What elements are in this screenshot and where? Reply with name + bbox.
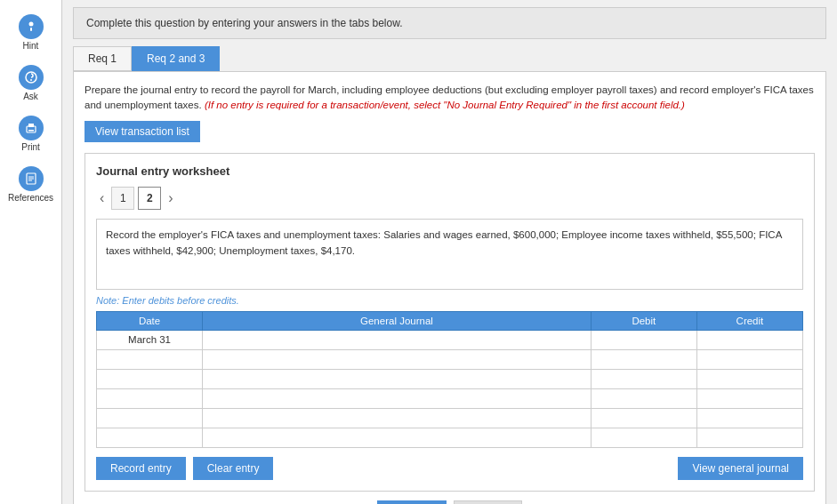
table-row — [97, 369, 803, 388]
header-debit: Debit — [591, 311, 696, 330]
date-cell-4 — [97, 388, 203, 408]
journal-cell-5 — [203, 408, 592, 428]
debit-input-4[interactable] — [595, 393, 693, 404]
prev-button[interactable]: < Prev — [377, 500, 446, 505]
worksheet-container: Journal entry worksheet ‹ 1 2 › Record t… — [85, 153, 815, 492]
bottom-buttons: Record entry Clear entry View general jo… — [96, 457, 803, 480]
description-box: Record the employer's FICA taxes and une… — [96, 219, 803, 290]
page-2-button[interactable]: 2 — [138, 187, 161, 210]
date-cell-6 — [97, 428, 203, 447]
journal-cell-1 — [203, 330, 592, 349]
table-row — [97, 428, 803, 447]
note-text: Note: Enter debits before credits. — [96, 295, 803, 306]
next-page-button[interactable]: › — [165, 190, 176, 206]
journal-input-2[interactable] — [206, 354, 587, 364]
credit-cell-3 — [696, 369, 802, 388]
journal-table: Date General Journal Debit Credit March … — [96, 311, 803, 448]
instruction-banner: Complete this question by entering your … — [73, 7, 826, 39]
debit-cell-5 — [591, 408, 696, 428]
svg-point-3 — [30, 79, 32, 81]
references-label: References — [8, 193, 53, 203]
description-text: Record the employer's FICA taxes and une… — [106, 229, 782, 256]
credit-cell-6 — [696, 428, 802, 447]
sidebar-item-hint[interactable]: Hint — [0, 9, 61, 56]
journal-cell-3 — [203, 369, 592, 388]
question-text: Prepare the journal entry to record the … — [85, 83, 815, 114]
svg-rect-6 — [28, 130, 34, 132]
print-icon — [19, 116, 44, 140]
debit-cell-1 — [591, 330, 696, 349]
header-credit: Credit — [696, 311, 802, 330]
debit-input-3[interactable] — [595, 373, 693, 384]
journal-cell-6 — [203, 428, 592, 447]
debit-input-5[interactable] — [595, 412, 693, 423]
table-row — [97, 388, 803, 408]
worksheet-title: Journal entry worksheet — [96, 164, 803, 178]
date-cell-3 — [97, 369, 203, 388]
svg-rect-4 — [27, 126, 36, 132]
next-button[interactable]: Next > — [454, 500, 522, 505]
journal-input-4[interactable] — [206, 393, 587, 404]
debit-cell-3 — [591, 369, 696, 388]
page-1-button[interactable]: 1 — [111, 187, 134, 210]
debit-input-1[interactable] — [595, 334, 693, 345]
journal-input-1[interactable] — [206, 334, 587, 345]
debit-cell-2 — [591, 349, 696, 369]
credit-cell-1 — [696, 330, 802, 349]
credit-input-3[interactable] — [701, 373, 799, 384]
journal-cell-2 — [203, 349, 592, 369]
record-entry-button[interactable]: Record entry — [96, 457, 186, 480]
table-row — [97, 408, 803, 428]
clear-entry-button[interactable]: Clear entry — [193, 457, 274, 480]
journal-input-6[interactable] — [206, 432, 587, 443]
content-area: Prepare the journal entry to record the … — [73, 71, 826, 504]
references-icon — [19, 166, 44, 191]
table-row — [97, 349, 803, 369]
view-general-journal-button[interactable]: View general journal — [678, 457, 803, 480]
journal-cell-4 — [203, 388, 592, 408]
date-cell-1: March 31 — [97, 330, 203, 349]
credit-input-4[interactable] — [701, 393, 799, 404]
header-general-journal: General Journal — [203, 311, 592, 330]
debit-input-6[interactable] — [595, 432, 693, 443]
instruction-text: Complete this question by entering your … — [86, 17, 403, 29]
date-cell-2 — [97, 349, 203, 369]
journal-input-3[interactable] — [206, 373, 587, 384]
main-content: Complete this question by entering your … — [62, 0, 837, 504]
header-date: Date — [97, 311, 203, 330]
credit-input-1[interactable] — [701, 334, 799, 345]
button-spacer — [280, 457, 671, 480]
bottom-nav: < Prev Next > — [85, 500, 815, 505]
tab-req2and3[interactable]: Req 2 and 3 — [132, 46, 220, 71]
sidebar-item-references[interactable]: References — [0, 161, 61, 208]
ask-icon — [19, 65, 44, 90]
svg-rect-1 — [30, 28, 32, 31]
prev-page-button[interactable]: ‹ — [96, 190, 108, 206]
credit-input-5[interactable] — [701, 412, 799, 423]
hint-label: Hint — [23, 41, 39, 51]
sidebar-item-print[interactable]: Print — [0, 110, 61, 157]
date-cell-5 — [97, 408, 203, 428]
credit-cell-5 — [696, 408, 802, 428]
hint-icon — [19, 14, 44, 39]
table-row: March 31 — [97, 330, 803, 349]
journal-input-5[interactable] — [206, 412, 587, 423]
debit-input-2[interactable] — [595, 354, 693, 364]
tab-req1[interactable]: Req 1 — [73, 46, 132, 71]
debit-cell-6 — [591, 428, 696, 447]
tab-bar: Req 1 Req 2 and 3 — [73, 46, 826, 71]
print-label: Print — [21, 142, 40, 152]
question-conditional: (If no entry is required for a transacti… — [205, 100, 685, 110]
ask-label: Ask — [23, 92, 38, 101]
credit-input-6[interactable] — [701, 432, 799, 443]
svg-point-0 — [28, 22, 33, 27]
sidebar: Hint Ask Print — [0, 0, 62, 504]
credit-input-2[interactable] — [701, 354, 799, 364]
sidebar-item-ask[interactable]: Ask — [0, 60, 61, 107]
page-nav: ‹ 1 2 › — [96, 187, 803, 210]
view-transaction-button[interactable]: View transaction list — [85, 121, 200, 142]
debit-cell-4 — [591, 388, 696, 408]
credit-cell-2 — [696, 349, 802, 369]
svg-rect-5 — [28, 124, 34, 127]
credit-cell-4 — [696, 388, 802, 408]
